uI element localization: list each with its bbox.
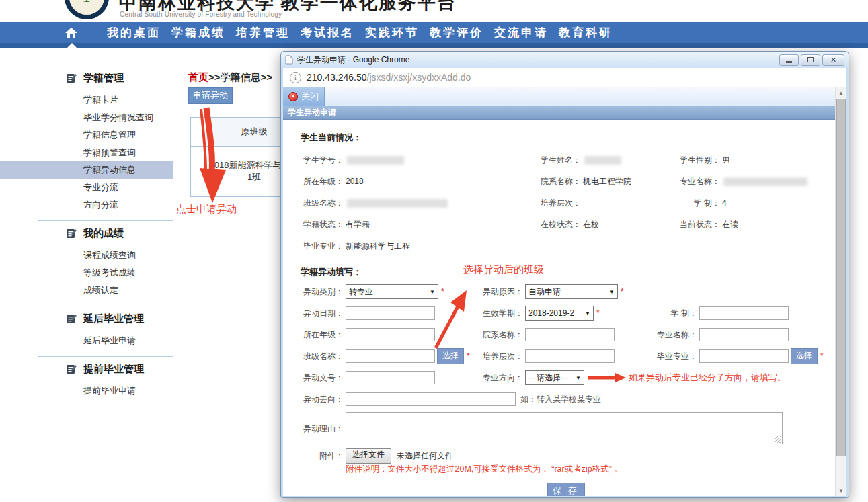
nav-item[interactable]: 考试报名 (301, 25, 354, 40)
save-button[interactable]: 保 存 (547, 483, 585, 496)
nav-home[interactable] (65, 27, 77, 38)
scrollbar-thumb[interactable] (836, 99, 846, 456)
department-input[interactable] (525, 328, 615, 341)
nav-item[interactable]: 我的桌面 (107, 25, 161, 40)
maximize-button[interactable] (801, 54, 820, 66)
chevron-down-icon: ▼ (585, 310, 590, 317)
choose-major-button[interactable]: 选择 (791, 348, 818, 364)
sidebar-item[interactable]: 课程成绩查询 (0, 247, 173, 264)
sidebar-item[interactable]: 学籍预警查询 (0, 144, 173, 161)
sidebar-item[interactable]: 提前毕业申请 (0, 382, 173, 400)
nav-item[interactable]: 培养管理 (236, 25, 290, 40)
red-arrow-right-icon (588, 373, 626, 382)
choose-class-button[interactable]: 选择 (437, 348, 464, 364)
sidebar-item[interactable]: 毕业学分情况查询 (0, 109, 173, 126)
transfer-type-select[interactable]: 转专业▼ (346, 284, 438, 299)
address-bar[interactable]: i 210.43.246.50/jsxsd/xsxj/xsydxxAdd.do (283, 68, 846, 87)
scrollbar: ▲ ▼ (835, 87, 846, 496)
sidebar-divider (38, 356, 173, 357)
transfer-date-input[interactable] (346, 306, 435, 320)
scrollbar-down-button[interactable]: ▼ (836, 485, 846, 496)
destination-input[interactable] (346, 392, 516, 406)
major-input[interactable] (699, 328, 789, 341)
minimize-button[interactable] (779, 54, 799, 66)
sidebar-item[interactable]: 等级考试成绩 (0, 264, 173, 282)
page-icon (285, 55, 293, 65)
sidebar-divider (38, 306, 173, 306)
field-label: 培养层次： (483, 351, 523, 362)
sidebar-item[interactable]: 学籍信息管理 (0, 126, 173, 144)
info-field: 培养层次： (538, 192, 677, 214)
field-label: 生效学期： (483, 308, 523, 319)
nav-item[interactable]: 教育科研 (559, 25, 613, 40)
info-field: 当前状态：在读 (677, 214, 828, 235)
sidebar-item[interactable]: 成绩认定 (0, 282, 173, 299)
grade-input[interactable] (346, 328, 435, 341)
sidebar-item[interactable]: 学籍卡片 (0, 91, 173, 109)
page-info-icon[interactable]: i (290, 72, 301, 83)
page-section-header: 学生异动申请 (283, 106, 835, 120)
info-field: 学生姓名： (538, 149, 677, 171)
close-page-button[interactable]: ✕ 关闭 (283, 87, 325, 106)
nav-item[interactable]: 实践环节 (365, 25, 419, 40)
field-label: 学 制： (654, 308, 697, 319)
transfer-reason-select[interactable]: 自动申请▼ (525, 284, 618, 299)
file-status-text: 未选择任何文件 (397, 450, 453, 462)
info-field: 学 制：4 (677, 192, 828, 214)
annotation-select-class: 选择异动后的班级 (463, 263, 544, 276)
popup-titlebar[interactable]: 学生异动申请 - Google Chrome ✕ (281, 52, 849, 68)
nav-item[interactable]: 学籍成绩 (171, 25, 225, 40)
sidebar-section-title[interactable]: 我的成绩 (0, 226, 173, 240)
duration-input[interactable] (699, 306, 789, 320)
sidebar-section-title[interactable]: 学籍管理 (0, 71, 173, 85)
popup-toolbar: ✕ 关闭 (283, 87, 835, 106)
url-text: 210.43.246.50/jsxsd/xsxj/xsydxxAdd.do (307, 72, 471, 83)
field-label: 异动日期： (292, 308, 344, 319)
resize-grip-icon[interactable] (775, 436, 781, 443)
notes-icon (66, 313, 77, 325)
nav-item[interactable]: 交流申请 (494, 25, 548, 40)
close-window-button[interactable]: ✕ (822, 54, 844, 66)
field-label: 异动文号： (292, 372, 344, 384)
chevron-down-icon: ▼ (609, 289, 615, 295)
required-star: * (441, 287, 444, 296)
sidebar-item[interactable]: 延后毕业申请 (0, 332, 173, 349)
redacted-value (347, 156, 404, 165)
major-direction-select[interactable]: ---请选择---▼ (525, 370, 584, 385)
apply-transfer-button[interactable]: 申请异动 (188, 87, 233, 104)
transfer-form: 异动类别： 转专业▼ * 异动原因： 自动申请▼ * 异动日期 (283, 281, 835, 496)
notes-icon (66, 73, 77, 84)
graduation-major-input[interactable] (699, 349, 789, 363)
field-label: 专业名称： (654, 329, 697, 341)
form-title: 学籍异动填写： (301, 266, 362, 278)
redacted-value (584, 156, 621, 165)
sidebar-item[interactable]: 专业分流 (0, 179, 173, 196)
sidebar-divider (38, 220, 173, 221)
required-star: * (820, 351, 824, 361)
minimize-icon (786, 61, 792, 63)
choose-file-button[interactable]: 选择文件 (346, 448, 391, 464)
sidebar-section-title[interactable]: 提前毕业管理 (0, 362, 173, 376)
nav-item[interactable]: 教学评价 (430, 25, 483, 40)
level-input[interactable] (525, 349, 615, 363)
sidebar-item[interactable]: 学籍异动信息 (0, 161, 173, 179)
field-label: 附件： (292, 450, 344, 462)
breadcrumb-home-link[interactable]: 首页 (188, 71, 208, 83)
document-number-input[interactable] (346, 371, 435, 384)
destination-hint: 如：转入某学校某专业 (520, 394, 601, 405)
transfer-reason-textarea[interactable] (346, 412, 783, 444)
scrollbar-up-button[interactable]: ▲ (836, 87, 846, 98)
sidebar-item[interactable]: 方向分流 (0, 196, 173, 214)
required-star: * (596, 308, 600, 318)
class-name-input[interactable] (346, 349, 435, 363)
field-label: 专业方向： (483, 372, 523, 384)
sidebar-section-title[interactable]: 延后毕业管理 (0, 312, 173, 325)
close-red-icon: ✕ (288, 92, 298, 101)
effective-term-select[interactable]: 2018-2019-2▼ (525, 306, 594, 321)
field-label: 院系名称： (483, 329, 523, 341)
info-field: 毕业专业：新能源科学与工程 (301, 235, 538, 257)
breadcrumb: 首页>>学籍信息>> (188, 71, 272, 84)
student-info-grid: 学生学号：学生姓名：学生性别：男所在年级：2018院系名称：机电工程学院专业名称… (301, 149, 828, 257)
form-scroll-area: 学生当前情况： 学生学号：学生姓名：学生性别：男所在年级：2018院系名称：机电… (283, 120, 835, 496)
attachment-note: 附件说明：文件大小不得超过20M,可接受文件格式为： “rar或者zip格式” … (346, 464, 623, 475)
